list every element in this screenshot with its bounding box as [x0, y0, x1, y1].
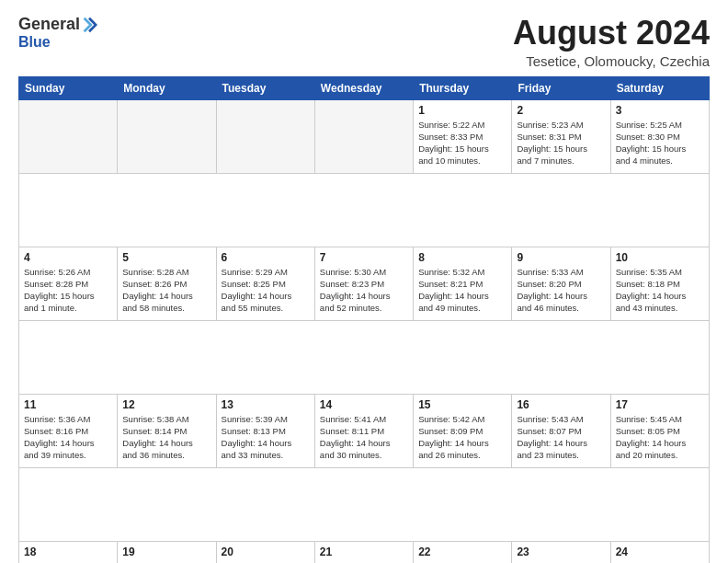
- calendar-week-row: 18Sunrise: 5:46 AM Sunset: 8:03 PM Dayli…: [19, 541, 710, 563]
- calendar-day-cell: 7Sunrise: 5:30 AM Sunset: 8:23 PM Daylig…: [314, 247, 413, 320]
- day-number: 15: [418, 398, 506, 411]
- calendar-day-cell: 9Sunrise: 5:33 AM Sunset: 8:20 PM Daylig…: [512, 247, 610, 320]
- header: General Blue August 2024 Tesetice, Olomo…: [18, 15, 710, 69]
- calendar: SundayMondayTuesdayWednesdayThursdayFrid…: [18, 76, 710, 563]
- day-number: 12: [122, 398, 210, 411]
- day-number: 13: [222, 398, 310, 411]
- day-info: Sunrise: 5:25 AM Sunset: 8:30 PM Dayligh…: [616, 119, 704, 167]
- calendar-day-cell: 17Sunrise: 5:45 AM Sunset: 8:05 PM Dayli…: [610, 394, 709, 467]
- day-info: Sunrise: 5:38 AM Sunset: 8:14 PM Dayligh…: [122, 413, 210, 462]
- day-info: Sunrise: 5:55 AM Sunset: 7:52 PM Dayligh…: [616, 560, 704, 563]
- day-info: Sunrise: 5:46 AM Sunset: 8:03 PM Dayligh…: [24, 560, 112, 563]
- logo-blue: Blue: [18, 34, 51, 51]
- day-number: 19: [122, 546, 210, 558]
- calendar-week-row: 4Sunrise: 5:26 AM Sunset: 8:28 PM Daylig…: [19, 247, 710, 320]
- day-info: Sunrise: 5:54 AM Sunset: 7:54 PM Dayligh…: [517, 560, 605, 563]
- day-info: Sunrise: 5:28 AM Sunset: 8:26 PM Dayligh…: [122, 266, 210, 315]
- calendar-day-cell: 14Sunrise: 5:41 AM Sunset: 8:11 PM Dayli…: [314, 394, 413, 467]
- calendar-header-day: Wednesday: [314, 76, 413, 99]
- calendar-day-cell: 12Sunrise: 5:38 AM Sunset: 8:14 PM Dayli…: [118, 394, 216, 467]
- day-number: 6: [222, 251, 310, 264]
- day-info: Sunrise: 5:23 AM Sunset: 8:31 PM Dayligh…: [517, 119, 605, 167]
- day-info: Sunrise: 5:39 AM Sunset: 8:13 PM Dayligh…: [222, 413, 310, 462]
- calendar-day-cell: [118, 99, 216, 173]
- calendar-day-cell: 1Sunrise: 5:22 AM Sunset: 8:33 PM Daylig…: [414, 99, 512, 173]
- day-number: 8: [418, 251, 506, 264]
- day-number: 14: [320, 398, 408, 411]
- day-info: Sunrise: 5:35 AM Sunset: 8:18 PM Dayligh…: [616, 266, 704, 315]
- calendar-day-cell: 13Sunrise: 5:39 AM Sunset: 8:13 PM Dayli…: [216, 394, 314, 467]
- week-divider: [19, 173, 710, 247]
- day-info: Sunrise: 5:32 AM Sunset: 8:21 PM Dayligh…: [418, 266, 506, 315]
- day-info: Sunrise: 5:41 AM Sunset: 8:11 PM Dayligh…: [320, 413, 408, 462]
- calendar-day-cell: 16Sunrise: 5:43 AM Sunset: 8:07 PM Dayli…: [512, 394, 610, 467]
- calendar-day-cell: 8Sunrise: 5:32 AM Sunset: 8:21 PM Daylig…: [414, 247, 512, 320]
- day-info: Sunrise: 5:36 AM Sunset: 8:16 PM Dayligh…: [24, 413, 112, 462]
- calendar-day-cell: 15Sunrise: 5:42 AM Sunset: 8:09 PM Dayli…: [414, 394, 512, 467]
- calendar-day-cell: [216, 99, 314, 173]
- day-info: Sunrise: 5:30 AM Sunset: 8:23 PM Dayligh…: [320, 266, 408, 315]
- calendar-day-cell: 21Sunrise: 5:51 AM Sunset: 7:58 PM Dayli…: [314, 541, 413, 563]
- day-number: 7: [320, 251, 408, 264]
- calendar-week-row: 1Sunrise: 5:22 AM Sunset: 8:33 PM Daylig…: [19, 99, 710, 173]
- day-number: 3: [616, 104, 704, 117]
- day-info: Sunrise: 5:49 AM Sunset: 7:59 PM Dayligh…: [222, 560, 310, 563]
- main-title: August 2024: [513, 15, 710, 52]
- calendar-day-cell: 20Sunrise: 5:49 AM Sunset: 7:59 PM Dayli…: [216, 541, 314, 563]
- day-info: Sunrise: 5:29 AM Sunset: 8:25 PM Dayligh…: [222, 266, 310, 315]
- calendar-day-cell: 4Sunrise: 5:26 AM Sunset: 8:28 PM Daylig…: [19, 247, 118, 320]
- day-number: 5: [122, 251, 210, 264]
- calendar-day-cell: [314, 99, 413, 173]
- week-divider: [19, 467, 710, 541]
- calendar-day-cell: 24Sunrise: 5:55 AM Sunset: 7:52 PM Dayli…: [610, 541, 709, 563]
- day-info: Sunrise: 5:51 AM Sunset: 7:58 PM Dayligh…: [320, 560, 408, 563]
- day-info: Sunrise: 5:43 AM Sunset: 8:07 PM Dayligh…: [517, 413, 605, 462]
- day-info: Sunrise: 5:52 AM Sunset: 7:56 PM Dayligh…: [418, 560, 506, 563]
- calendar-day-cell: [19, 99, 118, 173]
- calendar-day-cell: 6Sunrise: 5:29 AM Sunset: 8:25 PM Daylig…: [216, 247, 314, 320]
- day-info: Sunrise: 5:42 AM Sunset: 8:09 PM Dayligh…: [418, 413, 506, 462]
- calendar-header-day: Monday: [118, 76, 216, 99]
- subtitle: Tesetice, Olomoucky, Czechia: [513, 53, 710, 69]
- day-number: 1: [418, 104, 506, 117]
- day-number: 21: [320, 546, 408, 558]
- calendar-day-cell: 5Sunrise: 5:28 AM Sunset: 8:26 PM Daylig…: [118, 247, 216, 320]
- calendar-day-cell: 18Sunrise: 5:46 AM Sunset: 8:03 PM Dayli…: [19, 541, 118, 563]
- page: General Blue August 2024 Tesetice, Olomo…: [0, 0, 728, 563]
- calendar-header-day: Sunday: [19, 76, 118, 99]
- calendar-day-cell: 10Sunrise: 5:35 AM Sunset: 8:18 PM Dayli…: [610, 247, 709, 320]
- day-number: 11: [24, 398, 112, 411]
- calendar-week-row: 11Sunrise: 5:36 AM Sunset: 8:16 PM Dayli…: [19, 394, 710, 467]
- calendar-day-cell: 11Sunrise: 5:36 AM Sunset: 8:16 PM Dayli…: [19, 394, 118, 467]
- day-number: 9: [517, 251, 605, 264]
- day-number: 20: [222, 546, 310, 558]
- day-number: 22: [418, 546, 506, 558]
- day-number: 2: [517, 104, 605, 117]
- calendar-header-day: Friday: [512, 76, 610, 99]
- week-divider: [19, 320, 710, 394]
- logo: General Blue: [18, 15, 98, 51]
- day-info: Sunrise: 5:22 AM Sunset: 8:33 PM Dayligh…: [418, 119, 506, 167]
- calendar-header-row: SundayMondayTuesdayWednesdayThursdayFrid…: [19, 76, 710, 99]
- calendar-day-cell: 2Sunrise: 5:23 AM Sunset: 8:31 PM Daylig…: [512, 99, 610, 173]
- calendar-day-cell: 19Sunrise: 5:48 AM Sunset: 8:01 PM Dayli…: [118, 541, 216, 563]
- logo-general: General: [18, 15, 80, 34]
- day-info: Sunrise: 5:45 AM Sunset: 8:05 PM Dayligh…: [616, 413, 704, 462]
- day-number: 4: [24, 251, 112, 264]
- calendar-header-day: Thursday: [414, 76, 512, 99]
- calendar-day-cell: 22Sunrise: 5:52 AM Sunset: 7:56 PM Dayli…: [414, 541, 512, 563]
- day-info: Sunrise: 5:26 AM Sunset: 8:28 PM Dayligh…: [24, 266, 112, 315]
- day-number: 24: [616, 546, 704, 558]
- day-info: Sunrise: 5:33 AM Sunset: 8:20 PM Dayligh…: [517, 266, 605, 315]
- day-number: 18: [24, 546, 112, 558]
- day-number: 23: [517, 546, 605, 558]
- calendar-header-day: Saturday: [610, 76, 709, 99]
- day-number: 17: [616, 398, 704, 411]
- day-info: Sunrise: 5:48 AM Sunset: 8:01 PM Dayligh…: [122, 560, 210, 563]
- title-block: August 2024 Tesetice, Olomoucky, Czechia: [513, 15, 710, 69]
- calendar-day-cell: 3Sunrise: 5:25 AM Sunset: 8:30 PM Daylig…: [610, 99, 709, 173]
- logo-icon: [81, 17, 97, 33]
- day-number: 16: [517, 398, 605, 411]
- calendar-day-cell: 23Sunrise: 5:54 AM Sunset: 7:54 PM Dayli…: [512, 541, 610, 563]
- calendar-header-day: Tuesday: [216, 76, 314, 99]
